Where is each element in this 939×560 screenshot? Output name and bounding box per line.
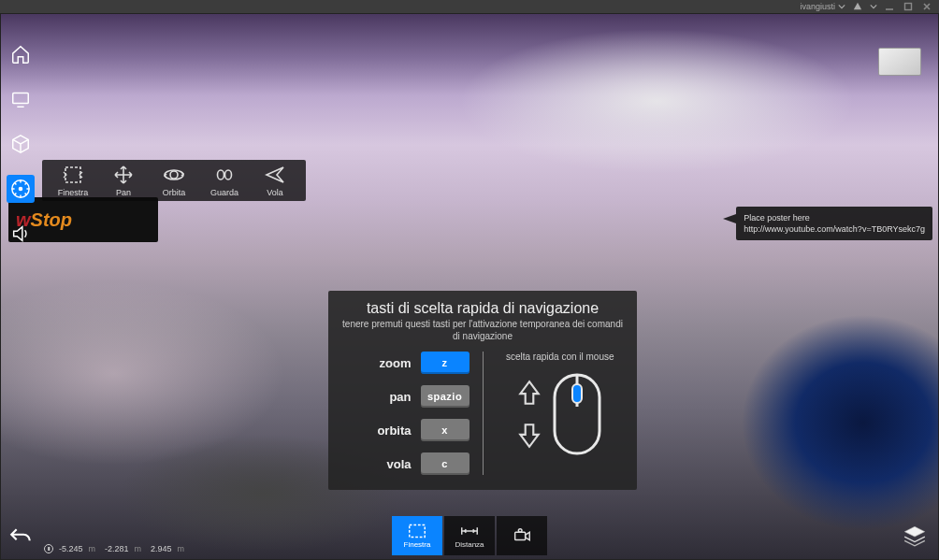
- shortcut-key: spazio: [421, 385, 470, 408]
- callout-url: http://www.youtube.com/watch?v=TB0RYsekc…: [744, 223, 925, 235]
- shortcut-key: x: [421, 419, 470, 441]
- nav-label: Orbita: [163, 188, 186, 197]
- tool-camera-person[interactable]: [497, 516, 547, 555]
- layers-button[interactable]: [903, 524, 927, 552]
- maximize-button[interactable]: [902, 0, 915, 13]
- chevron-down-icon: [838, 3, 845, 10]
- close-button[interactable]: [920, 0, 933, 13]
- svg-rect-4: [65, 167, 80, 182]
- shortcut-row-pan: pan spazio: [341, 385, 470, 408]
- bottom-toolbar: Finestra Distanza: [392, 516, 547, 555]
- tool-label: Distanza: [455, 540, 484, 549]
- shortcuts-subtitle: tenere premuti questi tasti per l'attiva…: [341, 319, 624, 342]
- viewcube[interactable]: [878, 48, 921, 76]
- minimize-button[interactable]: [883, 0, 896, 13]
- user-menu[interactable]: ivangiusti: [800, 2, 845, 11]
- shortcut-key: z: [421, 352, 470, 374]
- svg-point-8: [225, 170, 232, 179]
- svg-rect-1: [13, 93, 29, 104]
- mouse-hint: scelta rapida con il mouse: [506, 352, 614, 362]
- tool-label: Finestra: [404, 540, 431, 549]
- svg-point-5: [170, 171, 178, 179]
- title-bar: ivangiusti: [0, 0, 939, 13]
- mouse-icon: [551, 371, 603, 457]
- coord-z: 2.945: [151, 544, 172, 553]
- shortcuts-mouse-panel: scelta rapida con il mouse: [497, 352, 625, 475]
- arrow-up-icon: [517, 379, 542, 407]
- callout-title: Place poster here: [744, 212, 925, 223]
- nav-orbita[interactable]: Orbita: [149, 164, 199, 197]
- nav-label: Finestra: [58, 188, 89, 197]
- shortcuts-title: tasti di scelta rapida di navigazione: [341, 300, 624, 317]
- chevron-down-icon: [870, 3, 877, 10]
- svg-rect-13: [515, 532, 526, 539]
- coord-x: -5.245: [59, 544, 83, 553]
- compass-button[interactable]: [7, 175, 35, 203]
- shortcut-label: orbita: [377, 424, 411, 438]
- annotation-callout[interactable]: Place poster here http://www.youtube.com…: [736, 207, 932, 240]
- shortcut-row-orbita: orbita x: [341, 419, 470, 441]
- app-logo: [851, 0, 864, 13]
- svg-point-7: [218, 170, 224, 179]
- speaker-button[interactable]: [7, 220, 35, 248]
- nav-label: Pan: [116, 188, 131, 197]
- coord-y: -2.281: [105, 544, 129, 553]
- tool-distanza[interactable]: Distanza: [444, 516, 495, 555]
- svg-rect-12: [410, 525, 426, 538]
- nav-guarda[interactable]: Guarda: [199, 164, 250, 197]
- arrow-down-icon: [517, 422, 542, 450]
- monitor-button[interactable]: [7, 85, 35, 113]
- svg-rect-11: [572, 384, 582, 403]
- svg-rect-0: [905, 4, 912, 10]
- shortcut-key: c: [421, 452, 470, 475]
- undo-button[interactable]: [8, 525, 33, 553]
- shortcut-label: zoom: [380, 356, 412, 370]
- nav-pan[interactable]: Pan: [98, 164, 149, 197]
- cube-button[interactable]: [7, 130, 35, 158]
- svg-point-3: [19, 187, 23, 192]
- shortcuts-overlay: tasti di scelta rapida di navigazione te…: [328, 291, 637, 490]
- navigation-flyout: Finestra Pan Orbita Guarda Vola: [42, 160, 306, 201]
- nav-finestra[interactable]: Finestra: [48, 164, 98, 197]
- info-icon[interactable]: [44, 544, 53, 553]
- username: ivangiusti: [800, 2, 835, 11]
- shortcuts-key-list: zoom z pan spazio orbita x vola c: [341, 352, 470, 475]
- left-toolbar: [7, 40, 35, 248]
- shortcut-row-vola: vola c: [341, 452, 470, 475]
- shortcut-row-zoom: zoom z: [341, 352, 470, 374]
- viewport-3d[interactable]: wStop Finestra Pan Orbita: [0, 13, 939, 560]
- shortcut-label: pan: [389, 390, 411, 404]
- svg-point-14: [518, 528, 522, 532]
- nav-vola[interactable]: Vola: [250, 164, 300, 197]
- nav-label: Guarda: [210, 188, 238, 197]
- nav-label: Vola: [267, 188, 283, 197]
- home-button[interactable]: [7, 40, 35, 68]
- shortcut-label: vola: [386, 457, 411, 471]
- tool-finestra[interactable]: Finestra: [392, 516, 442, 555]
- status-coordinates: -5.245m -2.281m 2.945m: [44, 544, 188, 553]
